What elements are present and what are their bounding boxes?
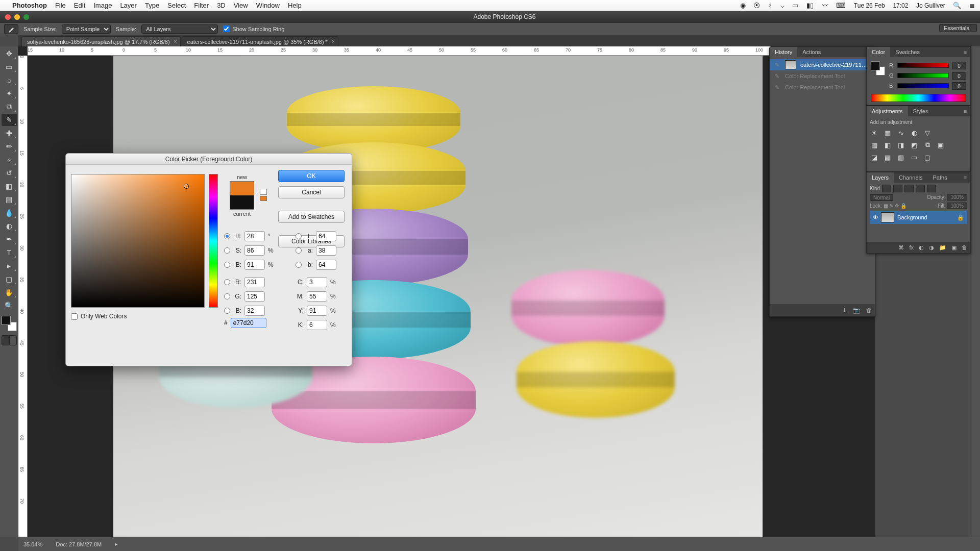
g-radio[interactable] — [224, 293, 230, 299]
close-icon[interactable]: × — [174, 39, 177, 44]
menu-image[interactable]: Image — [93, 2, 112, 9]
filter-type-icon[interactable] — [904, 185, 914, 192]
bw-icon[interactable]: ◨ — [896, 140, 905, 149]
type-tool-icon[interactable]: T — [2, 246, 17, 259]
s-radio[interactable] — [224, 247, 230, 254]
new-current-swatch[interactable] — [230, 181, 254, 210]
bluetooth-icon[interactable]: ᚼ — [768, 2, 772, 9]
fill-value[interactable]: 100% — [947, 203, 967, 209]
battery-icon[interactable]: ▮▯ — [806, 2, 814, 9]
vibrance-icon[interactable]: ▽ — [923, 128, 932, 137]
r-slider[interactable] — [897, 63, 949, 68]
filter-adjust-icon[interactable] — [893, 185, 902, 192]
a-input[interactable] — [316, 245, 336, 256]
tab-paths[interactable]: Paths — [928, 172, 952, 183]
tab-layers[interactable]: Layers — [867, 172, 894, 183]
l-input[interactable] — [316, 231, 336, 241]
cloud-icon[interactable]: ◉ — [740, 2, 746, 9]
blend-mode-select[interactable]: Normal — [870, 194, 893, 201]
right-dock[interactable] — [971, 46, 980, 537]
trash-icon[interactable]: 🗑 — [962, 244, 967, 251]
tab-styles[interactable]: Styles — [908, 106, 934, 116]
b-value[interactable]: 0 — [952, 82, 966, 90]
menu-type[interactable]: Type — [145, 2, 159, 9]
eraser-tool-icon[interactable]: ◧ — [2, 180, 17, 192]
tab-doc-1[interactable]: eaters-collective-219711-unsplash.jpg @ … — [182, 36, 338, 46]
group-icon[interactable]: 📁 — [939, 244, 946, 251]
healing-tool-icon[interactable]: ✚ — [2, 127, 17, 139]
sample-select[interactable]: All Layers — [141, 24, 218, 34]
g-value[interactable]: 0 — [952, 72, 966, 80]
chevron-right-icon[interactable]: ▸ — [115, 541, 118, 547]
b-hsb-radio[interactable] — [224, 262, 230, 268]
blur-tool-icon[interactable]: 💧 — [2, 207, 17, 219]
brush-tool-icon[interactable]: ✏ — [2, 140, 17, 153]
tab-history[interactable]: History — [770, 47, 797, 57]
b-rgb-radio[interactable] — [224, 308, 230, 314]
l-radio[interactable] — [296, 233, 302, 239]
sample-size-select[interactable]: Point Sample — [62, 24, 111, 34]
brightness-icon[interactable]: ☀ — [870, 128, 879, 137]
b-hsb-input[interactable] — [244, 260, 265, 270]
adjust-layer-icon[interactable]: ◑ — [929, 244, 934, 251]
selective-color-icon[interactable]: ▢ — [923, 153, 932, 162]
r-input[interactable] — [244, 277, 265, 287]
mask-icon[interactable]: ◐ — [919, 244, 924, 251]
menu-layer[interactable]: Layer — [120, 2, 137, 9]
tab-actions[interactable]: Actions — [797, 47, 826, 57]
tab-adjustments[interactable]: Adjustments — [867, 106, 908, 116]
invert-icon[interactable]: ◪ — [870, 153, 879, 162]
hand-tool-icon[interactable]: ✋ — [2, 286, 17, 298]
traffic-lights[interactable] — [0, 14, 29, 20]
posterize-icon[interactable]: ▤ — [883, 153, 892, 162]
move-tool-icon[interactable]: ✥ — [2, 47, 17, 60]
saturation-value-field[interactable] — [71, 174, 205, 308]
threshold-icon[interactable]: ▥ — [896, 153, 905, 162]
gradient-tool-icon[interactable]: ▤ — [2, 193, 17, 206]
fg-bg-swatch[interactable] — [871, 61, 885, 76]
minimize-window-icon[interactable] — [14, 14, 20, 20]
history-row[interactable]: ✎Color Replacement Tool — [770, 82, 875, 93]
camera-icon[interactable]: 📷 — [853, 307, 860, 314]
s-input[interactable] — [244, 245, 265, 256]
k-input[interactable] — [307, 320, 327, 330]
workspace-menu[interactable]: Essentials — [939, 24, 977, 32]
menu-filter[interactable]: Filter — [194, 2, 209, 9]
eyedropper-tool-icon[interactable]: ✎ — [2, 114, 17, 126]
zoom-tool-icon[interactable]: 🔍 — [2, 299, 17, 312]
spectrum-ramp[interactable] — [871, 94, 966, 102]
menubar-user[interactable]: Jo Gulliver — [916, 2, 945, 9]
marquee-tool-icon[interactable]: ▭ — [2, 61, 17, 73]
crop-tool-icon[interactable]: ⧉ — [2, 101, 17, 113]
curves-icon[interactable]: ∿ — [896, 128, 905, 137]
b-slider[interactable] — [897, 83, 949, 88]
tab-doc-0[interactable]: sofiya-levchenko-165628-unsplash.jpg @ 1… — [21, 36, 181, 46]
a-radio[interactable] — [296, 247, 302, 254]
close-icon[interactable]: × — [332, 39, 335, 44]
h-radio[interactable] — [224, 233, 230, 239]
zoom-window-icon[interactable] — [23, 14, 29, 20]
show-sampling-ring-checkbox[interactable]: Show Sampling Ring — [223, 26, 284, 32]
filter-shape-icon[interactable] — [916, 185, 925, 192]
picker-marker[interactable] — [184, 184, 189, 189]
filter-smart-icon[interactable] — [927, 185, 936, 192]
filter-pixel-icon[interactable] — [882, 185, 891, 192]
quick-mask-toggle[interactable] — [2, 335, 17, 346]
channel-mixer-icon[interactable]: ⧉ — [923, 140, 932, 149]
link-icon[interactable]: ⌘ — [898, 244, 904, 251]
menu-3d[interactable]: 3D — [217, 2, 226, 9]
g-input[interactable] — [244, 291, 265, 302]
color-swatches[interactable] — [2, 316, 17, 331]
c-input[interactable] — [307, 277, 327, 287]
add-to-swatches-button[interactable]: Add to Swatches — [278, 211, 345, 223]
ruler-horizontal[interactable]: 1510505101520253035404550556065707580859… — [28, 46, 875, 56]
visibility-icon[interactable]: 👁 — [870, 214, 881, 220]
filter-kind[interactable]: Kind — [870, 186, 880, 191]
pen-tool-icon[interactable]: ✒ — [2, 233, 17, 245]
m-input[interactable] — [307, 291, 327, 302]
menu-select[interactable]: Select — [167, 2, 186, 9]
levels-icon[interactable]: ▦ — [883, 128, 892, 137]
history-brush-tool-icon[interactable]: ↺ — [2, 167, 17, 179]
b-lab-radio[interactable] — [296, 262, 302, 268]
ruler-vertical[interactable]: 0510152025303540455055606570 — [18, 56, 28, 537]
